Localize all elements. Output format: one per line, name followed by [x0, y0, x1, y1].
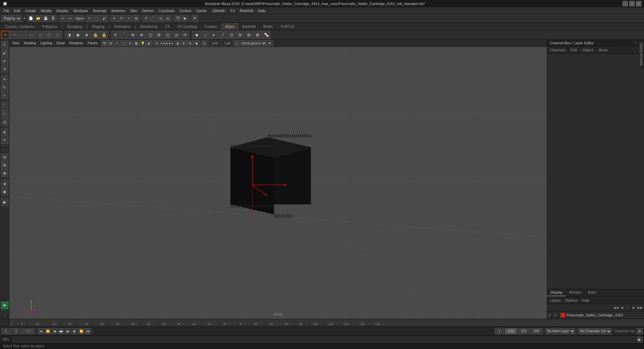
vp-3-quality[interactable]: ▲▲▲ — [167, 40, 173, 46]
vp-shading-menu[interactable]: Shading — [22, 41, 38, 45]
nurbs-tool-lt[interactable]: ◎ — [1, 118, 8, 126]
layer-item[interactable]: V P Pneumatic_Nailer_Cartridge_416J — [547, 311, 644, 319]
tab-redshift[interactable]: Redshift — [238, 23, 259, 30]
tab-sculpting[interactable]: Sculpting — [63, 23, 86, 30]
menu-animate[interactable]: Animate — [91, 8, 108, 13]
save-as-button[interactable]: 🗄 — [50, 15, 56, 22]
range-end-input[interactable] — [518, 328, 530, 334]
range-max-input[interactable] — [530, 328, 542, 334]
vp-hud-btn[interactable]: ⊡ — [201, 40, 207, 46]
preferences-btn[interactable]: ⚙ — [637, 328, 643, 334]
paint-select-button[interactable]: 🖌 — [101, 15, 108, 22]
tab-rigging[interactable]: Rigging — [88, 23, 108, 30]
vp-show-menu[interactable]: Show — [54, 41, 67, 45]
gamma-mode-select[interactable]: sRGB gamma — [240, 40, 267, 46]
show-all-button[interactable]: ◑ — [65, 31, 73, 39]
tab-rendering[interactable]: Rendering — [137, 23, 161, 30]
center-pivot-button[interactable]: ◎ — [172, 31, 180, 39]
mode-selector[interactable]: Rigging — [1, 15, 21, 22]
vp-wireframe-btn[interactable]: ⬡ — [121, 40, 127, 46]
menu-edit[interactable]: Edit — [12, 8, 22, 13]
quick-layout-lt[interactable]: ⊟ — [1, 153, 8, 161]
uvmap-mode-button[interactable]: ⬡ — [45, 31, 53, 39]
script-input[interactable] — [12, 337, 635, 343]
frame-selected-lt[interactable]: ◉ — [1, 188, 8, 195]
keyframe-button[interactable]: ◆ — [193, 31, 201, 39]
gamma-input-2[interactable] — [221, 41, 233, 46]
snap-view-button[interactable]: ◎ — [165, 15, 171, 22]
vp-light-btn[interactable]: 💡 — [140, 40, 146, 46]
vp-renderer-menu[interactable]: Renderer — [67, 41, 85, 45]
snap-curve-button[interactable]: ⌒ — [150, 15, 157, 22]
face-mode-button[interactable]: □ — [36, 31, 44, 39]
goto-start-btn[interactable]: ⏮ — [38, 328, 44, 334]
vp-deformer-btn[interactable]: ⊗ — [187, 40, 193, 46]
transform-tool-button[interactable]: ⊞ — [133, 15, 140, 22]
vertex-mode-button[interactable]: · — [19, 31, 27, 39]
gamma-input-1[interactable] — [209, 41, 221, 46]
sculpt-tool-lt[interactable]: ⌀ — [1, 57, 8, 64]
cb-tab-show[interactable]: Show — [597, 47, 609, 53]
current-frame-input[interactable] — [11, 328, 21, 334]
vp-snap-btn[interactable]: ⊞ — [108, 40, 114, 46]
lasso-select-button[interactable]: ⬚ — [94, 15, 100, 22]
maximize-button[interactable]: □ — [629, 1, 635, 6]
unlocked-button[interactable]: 🔓 — [100, 31, 108, 39]
lock-button[interactable]: 🔒 — [91, 31, 99, 39]
save-file-button[interactable]: 💾 — [42, 15, 49, 22]
viewport[interactable]: View Shading Lighting Show Renderer Pane… — [9, 40, 547, 319]
hide-button[interactable]: ◉ — [74, 31, 82, 39]
paint-tool-lt[interactable]: 🖌 — [1, 49, 8, 56]
inbetween-button[interactable]: ▸ — [210, 31, 218, 39]
menu-deform[interactable]: Deform — [140, 8, 156, 13]
next-key-btn[interactable]: ▶ — [71, 328, 77, 334]
open-file-button[interactable]: 📂 — [35, 15, 42, 22]
rotate-tool-button[interactable]: ↻ — [118, 15, 125, 22]
next-frame-btn[interactable]: ⏩ — [78, 328, 84, 334]
menu-windows[interactable]: Windows — [71, 8, 90, 13]
scale-tool-button[interactable]: ⤡ — [125, 15, 132, 22]
show-hide-button[interactable]: 👁 — [192, 15, 198, 22]
tab-anim[interactable]: Anim — [585, 289, 600, 296]
frame-all-lt[interactable]: ◈ — [1, 180, 8, 187]
tab-fx-caching[interactable]: FX Caching — [174, 23, 200, 30]
snap-grid-button[interactable]: # — [143, 15, 149, 22]
point-snap-button[interactable]: ⊕ — [129, 31, 137, 39]
surface-snap-button[interactable]: ◫ — [146, 31, 154, 39]
menu-skeleton[interactable]: Skeleton — [109, 8, 127, 13]
close-button[interactable]: ✕ — [636, 1, 641, 6]
menu-fx[interactable]: FX — [228, 8, 237, 13]
constraint2-button[interactable]: ⊞ — [245, 31, 253, 39]
panel-minimize-btn[interactable]: − — [635, 41, 637, 45]
prev-keyframe-btn[interactable]: ◀ — [619, 305, 625, 310]
tab-xgen[interactable]: XGen — [221, 23, 238, 30]
curve-snap-button[interactable]: ⌒ — [120, 31, 128, 39]
constraint-button[interactable]: ⊟ — [236, 31, 244, 39]
axis-snap-button[interactable]: ⊗ — [138, 31, 146, 39]
vp-smooth-btn[interactable]: ● — [127, 40, 133, 46]
menu-cache[interactable]: Cache — [194, 8, 209, 13]
playback-start-input[interactable] — [495, 328, 504, 334]
menu-help[interactable]: Help — [256, 8, 268, 13]
redo-button[interactable]: ↪ — [67, 15, 73, 22]
curve-tool-lt[interactable]: ⌒ — [1, 102, 8, 109]
tab-custom[interactable]: Custom — [201, 23, 221, 30]
layer-template[interactable]: P — [554, 313, 559, 317]
goto-end-btn[interactable]: ⏭ — [85, 328, 91, 334]
objects-button[interactable]: Objects — [76, 15, 83, 22]
menu-3dtoall[interactable]: -3DtoAll- — [209, 8, 228, 13]
grid-snap-button[interactable]: # — [111, 31, 119, 39]
layer-visibility[interactable]: V — [548, 313, 553, 317]
deformer-button[interactable]: ⊠ — [254, 31, 262, 39]
next-layer-btn[interactable]: ▶▶ — [637, 305, 643, 310]
tab-render[interactable]: Render — [566, 289, 585, 296]
menu-skin[interactable]: Skin — [128, 8, 139, 13]
tab-polygons[interactable]: Polygons — [38, 23, 61, 30]
prev-frame-btn[interactable]: ⏪ — [45, 328, 51, 334]
tab-curves-surfaces[interactable]: Curves / Surfaces — [1, 23, 38, 30]
play-forward-btn[interactable]: ▶ — [65, 328, 71, 334]
more-tools-lt[interactable]: ⋮ — [2, 312, 7, 317]
vp-camera-btn[interactable]: 📷 — [102, 40, 108, 46]
history-button[interactable]: ⟳ — [181, 31, 189, 39]
vp-texture-btn[interactable]: ▦ — [133, 40, 140, 46]
